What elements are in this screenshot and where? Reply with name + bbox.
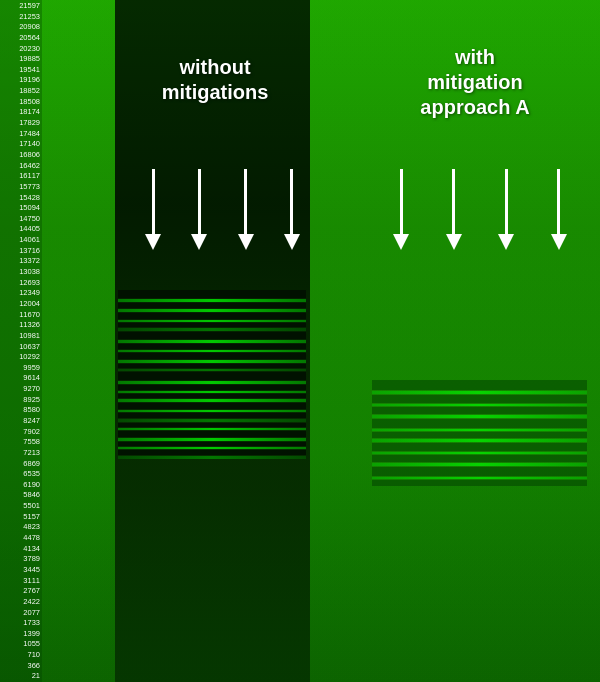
spec-band	[118, 364, 306, 368]
y-label: 9270	[2, 385, 40, 393]
y-label: 6535	[2, 470, 40, 478]
arrow-head	[191, 234, 207, 250]
spec-band	[118, 381, 306, 384]
y-label: 13372	[2, 257, 40, 265]
y-label: 14405	[2, 225, 40, 233]
y-label: 5846	[2, 491, 40, 499]
y-label: 17140	[2, 140, 40, 148]
arrow-head	[238, 234, 254, 250]
spec-band	[118, 403, 306, 409]
spec-band	[118, 309, 306, 312]
spec-band-right	[372, 429, 587, 431]
y-label: 7902	[2, 428, 40, 436]
y-label: 12004	[2, 300, 40, 308]
arrow-down-r2	[446, 169, 462, 250]
spec-band	[118, 410, 306, 412]
spec-band	[118, 394, 306, 398]
spec-band-right	[372, 395, 587, 403]
spec-band	[118, 313, 306, 319]
spec-band-right	[372, 455, 587, 462]
y-label: 10292	[2, 353, 40, 361]
y-label: 19885	[2, 55, 40, 63]
y-label: 16806	[2, 151, 40, 159]
spec-band	[118, 323, 306, 327]
y-label: 12693	[2, 279, 40, 287]
spec-band-right	[372, 443, 587, 451]
arrows-left	[130, 130, 315, 250]
spec-band-right	[372, 477, 587, 479]
y-label: 20230	[2, 45, 40, 53]
spec-band	[118, 423, 306, 427]
y-label: 12349	[2, 289, 40, 297]
y-label: 8247	[2, 417, 40, 425]
y-label: 10637	[2, 343, 40, 351]
spec-band	[118, 340, 306, 343]
spec-band	[118, 360, 306, 363]
y-label: 6190	[2, 481, 40, 489]
y-label: 18852	[2, 87, 40, 95]
spec-band	[118, 442, 306, 446]
spec-band	[118, 419, 306, 422]
spec-band	[118, 369, 306, 371]
y-label: 15094	[2, 204, 40, 212]
spectrogram-left	[118, 290, 306, 680]
spec-band	[118, 431, 306, 437]
y-label: 710	[2, 651, 40, 659]
y-label: 4823	[2, 523, 40, 531]
spec-band	[118, 290, 306, 298]
spec-band	[118, 413, 306, 418]
spec-band	[118, 353, 306, 359]
spec-band	[118, 328, 306, 331]
y-axis: 2159721253209082056420230198851954119196…	[0, 0, 42, 682]
y-label: 1733	[2, 619, 40, 627]
y-label: 2077	[2, 609, 40, 617]
y-label: 1399	[2, 630, 40, 638]
arrow-line	[557, 169, 560, 234]
y-label: 20564	[2, 34, 40, 42]
arrow-head	[551, 234, 567, 250]
spec-band-right	[372, 452, 587, 454]
spec-band-right	[372, 404, 587, 406]
spec-band	[118, 438, 306, 441]
y-label: 13038	[2, 268, 40, 276]
spec-band-right	[372, 439, 587, 442]
arrow-down-r1	[393, 169, 409, 250]
y-label: 19541	[2, 66, 40, 74]
spec-band-right	[372, 480, 587, 486]
arrow-line	[400, 169, 403, 234]
y-label: 9614	[2, 374, 40, 382]
y-label: 8580	[2, 406, 40, 414]
arrow-head	[145, 234, 161, 250]
arrow-head	[498, 234, 514, 250]
spec-band	[118, 320, 306, 322]
spec-band	[118, 372, 306, 380]
y-label: 9959	[2, 364, 40, 372]
arrows-right	[375, 130, 585, 250]
arrow-down-4	[284, 169, 300, 250]
arrow-line	[198, 169, 201, 234]
y-label: 17829	[2, 119, 40, 127]
arrow-head	[284, 234, 300, 250]
arrow-down-3	[238, 169, 254, 250]
y-label: 11670	[2, 311, 40, 319]
arrow-head	[393, 234, 409, 250]
spec-band-right	[372, 432, 587, 438]
spec-band	[118, 391, 306, 393]
y-label: 5157	[2, 513, 40, 521]
label-with: withmitigationapproach A	[390, 45, 560, 120]
y-label: 10981	[2, 332, 40, 340]
spec-band	[118, 399, 306, 402]
y-label: 16117	[2, 172, 40, 180]
y-label: 13716	[2, 247, 40, 255]
spec-band	[118, 447, 306, 449]
y-label: 21597	[2, 2, 40, 10]
y-label: 19196	[2, 76, 40, 84]
arrow-down-1	[145, 169, 161, 250]
y-label: 16462	[2, 162, 40, 170]
spectrogram-right	[372, 380, 587, 680]
y-label: 2767	[2, 587, 40, 595]
arrow-line	[244, 169, 247, 234]
y-label: 1055	[2, 640, 40, 648]
main-container: 2159721253209082056420230198851954119196…	[0, 0, 600, 682]
y-label: 11326	[2, 321, 40, 329]
